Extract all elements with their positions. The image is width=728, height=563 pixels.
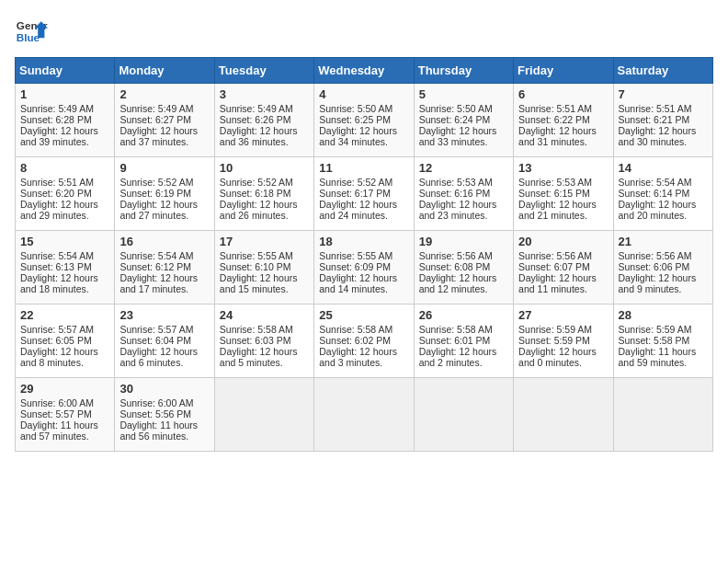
calendar-cell: 3Sunrise: 5:49 AMSunset: 6:26 PMDaylight… <box>214 84 313 157</box>
cell-info-line: Sunrise: 5:57 AM <box>20 324 109 335</box>
calendar-week-2: 8Sunrise: 5:51 AMSunset: 6:20 PMDaylight… <box>16 157 713 231</box>
day-number: 6 <box>518 87 608 101</box>
day-number: 27 <box>518 308 608 322</box>
day-number: 29 <box>20 382 109 396</box>
column-header-saturday: Saturday <box>613 58 712 84</box>
day-number: 23 <box>119 308 209 322</box>
cell-info-line: Sunset: 6:27 PM <box>119 114 209 125</box>
cell-info-line: and 12 minutes. <box>419 283 508 294</box>
logo: General Blue <box>15 15 48 48</box>
cell-info-line: Daylight: 12 hours <box>20 199 109 210</box>
cell-info-line: Daylight: 12 hours <box>518 125 608 136</box>
cell-info-line: and 5 minutes. <box>220 357 309 368</box>
cell-info-line: Sunset: 6:04 PM <box>119 335 209 346</box>
cell-info-line: Sunrise: 5:58 AM <box>419 324 508 335</box>
cell-info-line: and 9 minutes. <box>619 283 708 294</box>
cell-info-line: and 18 minutes. <box>20 283 109 294</box>
calendar-header-row: SundayMondayTuesdayWednesdayThursdayFrid… <box>16 58 713 84</box>
day-number: 21 <box>619 235 708 248</box>
day-number: 18 <box>319 235 408 248</box>
cell-info-line: Sunset: 6:14 PM <box>619 188 708 199</box>
cell-info-line: Sunset: 6:08 PM <box>419 261 508 272</box>
day-number: 10 <box>220 161 309 175</box>
cell-info-line: Daylight: 12 hours <box>419 272 508 283</box>
cell-info-line: Daylight: 12 hours <box>518 272 608 283</box>
calendar-cell: 4Sunrise: 5:50 AMSunset: 6:25 PMDaylight… <box>314 84 414 157</box>
cell-info-line: and 27 minutes. <box>119 210 209 221</box>
calendar-cell: 19Sunrise: 5:56 AMSunset: 6:08 PMDayligh… <box>414 231 513 304</box>
cell-info-line: Sunrise: 6:00 AM <box>119 397 209 408</box>
calendar-cell: 1Sunrise: 5:49 AMSunset: 6:28 PMDaylight… <box>16 84 115 157</box>
cell-info-line: Daylight: 12 hours <box>20 125 109 136</box>
cell-info-line: Sunset: 6:02 PM <box>319 335 408 346</box>
day-number: 3 <box>220 87 309 101</box>
cell-info-line: Sunrise: 5:56 AM <box>518 250 608 261</box>
cell-info-line: Sunset: 6:07 PM <box>518 261 608 272</box>
cell-info-line: Daylight: 12 hours <box>220 125 309 136</box>
cell-info-line: Sunset: 5:58 PM <box>619 335 708 346</box>
day-number: 14 <box>619 161 708 175</box>
cell-info-line: and 11 minutes. <box>518 283 608 294</box>
calendar-cell: 18Sunrise: 5:55 AMSunset: 6:09 PMDayligh… <box>314 231 414 304</box>
cell-info-line: and 21 minutes. <box>518 210 608 221</box>
cell-info-line: Daylight: 12 hours <box>119 125 209 136</box>
calendar-cell: 13Sunrise: 5:53 AMSunset: 6:15 PMDayligh… <box>514 157 613 231</box>
cell-info-line: Sunrise: 5:57 AM <box>119 324 209 335</box>
cell-info-line: and 34 minutes. <box>319 136 408 147</box>
calendar-cell: 24Sunrise: 5:58 AMSunset: 6:03 PMDayligh… <box>214 304 313 378</box>
calendar-week-1: 1Sunrise: 5:49 AMSunset: 6:28 PMDaylight… <box>16 84 713 157</box>
cell-info-line: Sunrise: 5:56 AM <box>619 250 708 261</box>
calendar-cell <box>613 378 712 452</box>
calendar-week-3: 15Sunrise: 5:54 AMSunset: 6:13 PMDayligh… <box>16 231 713 304</box>
cell-info-line: Sunrise: 5:52 AM <box>119 177 209 188</box>
cell-info-line: and 30 minutes. <box>619 136 708 147</box>
cell-info-line: Sunset: 6:22 PM <box>518 114 608 125</box>
calendar-cell: 12Sunrise: 5:53 AMSunset: 6:16 PMDayligh… <box>414 157 513 231</box>
header: General Blue <box>15 15 713 48</box>
column-header-tuesday: Tuesday <box>214 58 313 84</box>
cell-info-line: Sunset: 6:26 PM <box>220 114 309 125</box>
cell-info-line: and 36 minutes. <box>220 136 309 147</box>
cell-info-line: and 2 minutes. <box>419 357 508 368</box>
cell-info-line: Daylight: 12 hours <box>619 125 708 136</box>
calendar-table: SundayMondayTuesdayWednesdayThursdayFrid… <box>15 57 713 452</box>
cell-info-line: and 6 minutes. <box>119 357 209 368</box>
column-header-friday: Friday <box>514 58 613 84</box>
day-number: 25 <box>319 308 408 322</box>
cell-info-line: Sunrise: 5:55 AM <box>319 250 408 261</box>
cell-info-line: Sunset: 6:05 PM <box>20 335 109 346</box>
day-number: 24 <box>220 308 309 322</box>
cell-info-line: Sunset: 5:56 PM <box>119 408 209 419</box>
cell-info-line: Daylight: 12 hours <box>119 272 209 283</box>
cell-info-line: Sunrise: 5:49 AM <box>220 103 309 114</box>
cell-info-line: Daylight: 12 hours <box>619 199 708 210</box>
day-number: 20 <box>518 235 608 248</box>
cell-info-line: Daylight: 12 hours <box>319 199 408 210</box>
calendar-cell: 11Sunrise: 5:52 AMSunset: 6:17 PMDayligh… <box>314 157 414 231</box>
cell-info-line: and 29 minutes. <box>20 210 109 221</box>
cell-info-line: Sunset: 6:24 PM <box>419 114 508 125</box>
cell-info-line: Daylight: 12 hours <box>20 272 109 283</box>
calendar-cell <box>514 378 613 452</box>
cell-info-line: Sunset: 5:57 PM <box>20 408 109 419</box>
calendar-cell: 17Sunrise: 5:55 AMSunset: 6:10 PMDayligh… <box>214 231 313 304</box>
calendar-cell: 26Sunrise: 5:58 AMSunset: 6:01 PMDayligh… <box>414 304 513 378</box>
cell-info-line: Sunrise: 5:54 AM <box>20 250 109 261</box>
cell-info-line: Sunset: 5:59 PM <box>518 335 608 346</box>
cell-info-line: Sunrise: 5:50 AM <box>419 103 508 114</box>
cell-info-line: Daylight: 12 hours <box>220 199 309 210</box>
calendar-cell: 20Sunrise: 5:56 AMSunset: 6:07 PMDayligh… <box>514 231 613 304</box>
day-number: 26 <box>419 308 508 322</box>
calendar-cell: 10Sunrise: 5:52 AMSunset: 6:18 PMDayligh… <box>214 157 313 231</box>
day-number: 22 <box>20 308 109 322</box>
cell-info-line: and 20 minutes. <box>619 210 708 221</box>
cell-info-line: and 39 minutes. <box>20 136 109 147</box>
calendar-cell: 8Sunrise: 5:51 AMSunset: 6:20 PMDaylight… <box>16 157 115 231</box>
day-number: 11 <box>319 161 408 175</box>
cell-info-line: Daylight: 11 hours <box>20 419 109 431</box>
cell-info-line: Sunrise: 5:56 AM <box>419 250 508 261</box>
calendar-cell <box>214 378 313 452</box>
cell-info-line: Daylight: 11 hours <box>619 346 708 357</box>
cell-info-line: Daylight: 12 hours <box>419 125 508 136</box>
calendar-cell: 16Sunrise: 5:54 AMSunset: 6:12 PMDayligh… <box>115 231 214 304</box>
